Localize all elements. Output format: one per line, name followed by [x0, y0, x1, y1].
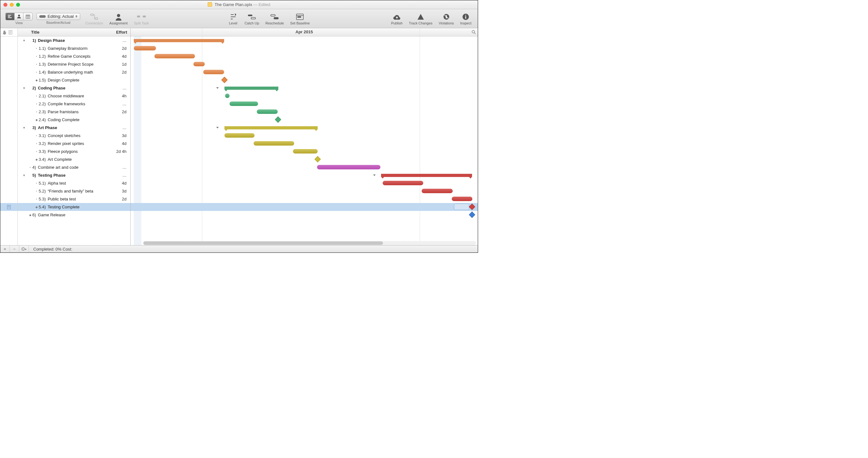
- gantt-row[interactable]: [131, 60, 478, 68]
- baseline-dropdown[interactable]: Editing: Actual: [36, 13, 80, 20]
- disclosure-triangle-icon[interactable]: ▼: [20, 87, 28, 90]
- row-title[interactable]: Compile frameworks: [48, 101, 111, 106]
- gantt-row[interactable]: [131, 140, 478, 148]
- track-changes-button[interactable]: Track Changes: [409, 12, 432, 25]
- gantt-row[interactable]: [131, 203, 478, 211]
- publish-button[interactable]: Publish: [391, 12, 403, 25]
- gantt-row[interactable]: [131, 195, 478, 203]
- assignment-button[interactable]: Assignment: [110, 12, 127, 25]
- gantt-row[interactable]: [131, 179, 478, 187]
- row-effort[interactable]: …: [111, 173, 130, 178]
- gantt-row[interactable]: [131, 44, 478, 52]
- task-bar[interactable]: [203, 70, 224, 74]
- task-bar[interactable]: [422, 189, 453, 193]
- task-bar[interactable]: [383, 181, 423, 185]
- connection-button[interactable]: Connection: [85, 12, 103, 25]
- outline-row[interactable]: ◆5.4)Testing Complete: [18, 203, 130, 211]
- outline-row[interactable]: ◆2.4)Coding Complete: [18, 116, 130, 124]
- close-icon[interactable]: [3, 3, 7, 7]
- disclosure-triangle-icon[interactable]: ▼: [20, 174, 28, 177]
- task-bar[interactable]: [293, 149, 318, 154]
- task-bar[interactable]: [229, 101, 258, 106]
- outline-row[interactable]: ▼3)Art Phase…: [18, 124, 130, 132]
- row-title[interactable]: Determine Project Scope: [48, 62, 111, 67]
- row-effort[interactable]: 1d: [111, 62, 130, 67]
- row-title[interactable]: Render pixel sprites: [48, 141, 111, 146]
- outline-row[interactable]: ▼2)Coding Phase…: [18, 84, 130, 92]
- task-bar[interactable]: [193, 62, 205, 66]
- task-bar[interactable]: [257, 110, 278, 114]
- row-effort[interactable]: …: [111, 38, 130, 43]
- gantt-row[interactable]: [131, 76, 478, 84]
- outline-row[interactable]: •2.2)Compile frameworks…: [18, 100, 130, 108]
- view-calendar-icon[interactable]: [24, 13, 32, 20]
- disclosure-triangle-icon[interactable]: ▼: [20, 39, 28, 42]
- summary-bar[interactable]: [381, 174, 472, 177]
- gantt-row[interactable]: [131, 155, 478, 163]
- violations-button[interactable]: Violations: [439, 12, 454, 25]
- outline-row[interactable]: •4)Combine art and code…: [18, 163, 130, 171]
- gantt-row[interactable]: [131, 211, 478, 219]
- row-effort[interactable]: 2d: [111, 70, 130, 74]
- add-button[interactable]: ＋: [0, 245, 10, 252]
- row-title[interactable]: Testing Phase: [38, 173, 111, 178]
- gantt-row[interactable]: [131, 92, 478, 100]
- row-title[interactable]: Choose middleware: [48, 94, 111, 98]
- outline-row[interactable]: •5.1)Alpha test4d: [18, 179, 130, 187]
- view-gantt-icon[interactable]: [6, 13, 14, 20]
- row-title[interactable]: Gameplay Brainstorm: [48, 46, 111, 51]
- outline-row[interactable]: ◆6)Game Release: [18, 211, 130, 219]
- summary-bar[interactable]: [224, 87, 278, 90]
- row-title[interactable]: Combine art and code: [38, 165, 111, 170]
- summary-disclosure-icon[interactable]: [373, 175, 376, 176]
- row-title[interactable]: Fleece polygons: [48, 149, 111, 154]
- zoom-icon[interactable]: [471, 30, 476, 34]
- row-title[interactable]: Concept sketches: [48, 133, 111, 138]
- reschedule-button[interactable]: Reschedule: [265, 12, 284, 25]
- row-effort[interactable]: 4h: [111, 94, 130, 98]
- gantt-body[interactable]: [131, 36, 478, 245]
- view-segmented-control[interactable]: [5, 13, 33, 20]
- row-effort[interactable]: 4d: [111, 141, 130, 146]
- row-effort[interactable]: 3d: [111, 189, 130, 193]
- row-title[interactable]: Art Phase: [38, 125, 111, 130]
- level-button[interactable]: Level: [228, 12, 238, 25]
- gantt-row[interactable]: [131, 100, 478, 108]
- outline-row[interactable]: ▼1)Design Phase…: [18, 36, 130, 44]
- row-effort[interactable]: 2d 4h: [111, 149, 130, 154]
- gantt-timescale[interactable]: Apr 2015: [131, 28, 478, 36]
- outline-row[interactable]: •1.4)Balance underlying math2d: [18, 68, 130, 76]
- gantt-row[interactable]: [131, 163, 478, 171]
- hand-icon[interactable]: [2, 30, 7, 35]
- task-bar[interactable]: [154, 54, 195, 58]
- task-bar[interactable]: [452, 197, 472, 201]
- row-effort[interactable]: 2d: [111, 197, 130, 202]
- remove-button[interactable]: －: [10, 245, 19, 252]
- outline-row[interactable]: •3.2)Render pixel sprites4d: [18, 140, 130, 148]
- actions-menu[interactable]: [19, 245, 29, 252]
- gantt-row[interactable]: [131, 132, 478, 140]
- note-icon[interactable]: [7, 205, 11, 209]
- outline-row[interactable]: •1.2)Refine Game Concepts4d: [18, 52, 130, 60]
- view-resource-icon[interactable]: [14, 13, 24, 20]
- row-title[interactable]: Refine Game Concepts: [48, 54, 111, 59]
- row-effort[interactable]: …: [111, 101, 130, 106]
- disclosure-triangle-icon[interactable]: ▼: [20, 126, 28, 129]
- outline-row[interactable]: •2.3)Parse framistans2d: [18, 108, 130, 116]
- outline-row[interactable]: •5.2)“Friends and family” beta3d: [18, 187, 130, 195]
- summary-bar[interactable]: [224, 126, 318, 129]
- outline-row[interactable]: ◆1.5)Design Complete: [18, 76, 130, 84]
- row-title[interactable]: Design Complete: [48, 78, 111, 83]
- set-baseline-button[interactable]: Set Baseline: [290, 12, 310, 25]
- row-effort[interactable]: …: [111, 86, 130, 90]
- row-title[interactable]: Balance underlying math: [48, 70, 111, 74]
- outline-row[interactable]: •1.3)Determine Project Scope1d: [18, 60, 130, 68]
- gantt-horizontal-scrollbar[interactable]: [143, 241, 476, 245]
- row-title[interactable]: Alpha test: [48, 181, 111, 186]
- minimize-icon[interactable]: [10, 3, 13, 7]
- row-effort[interactable]: 4d: [111, 54, 130, 59]
- scrollbar-thumb[interactable]: [143, 241, 383, 245]
- row-effort[interactable]: 2d: [111, 110, 130, 114]
- task-bar[interactable]: [317, 165, 380, 170]
- row-title[interactable]: Design Phase: [38, 38, 111, 43]
